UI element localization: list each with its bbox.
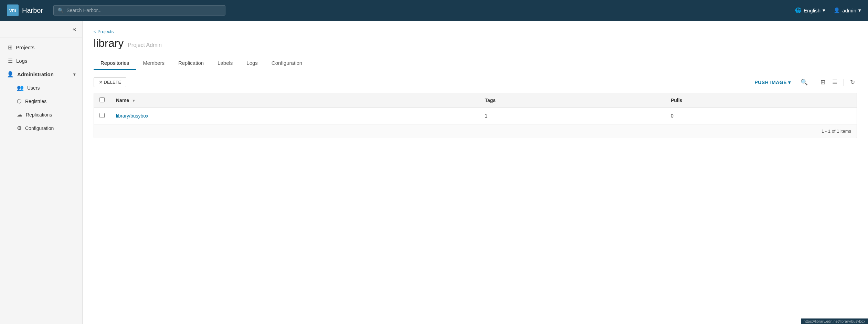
administration-icon: 👤 (7, 71, 14, 78)
sidebar-item-label-replications: Replications (26, 112, 52, 118)
sidebar-item-label-registries: Registries (25, 99, 46, 104)
tab-logs[interactable]: Logs (240, 57, 265, 70)
table-body: library/busybox 1 0 (94, 108, 857, 124)
language-chevron-icon: ▾ (823, 7, 825, 13)
search-area: 🔍 (53, 5, 225, 16)
configuration-icon: ⚙ (17, 125, 22, 131)
status-bar: https://library.edn.net/library/busybox (801, 318, 868, 324)
sidebar-item-configuration[interactable]: ⚙ Configuration (0, 121, 82, 135)
toolbar-right: PUSH IMAGE ▾ 🔍 ⊞ ☰ ↻ (750, 77, 857, 87)
admin-label-group: 👤 Administration (7, 71, 54, 78)
header-name: Name ▼ (110, 93, 479, 108)
row-checkbox[interactable] (99, 113, 105, 118)
top-navigation: vm Harbor 🔍 🌐 English ▾ 👤 admin ▾ (0, 0, 868, 21)
header-pulls: Pulls (665, 93, 857, 108)
header-select-all[interactable] (94, 93, 110, 108)
logo-area: vm Harbor (7, 4, 43, 16)
language-label: English (804, 8, 821, 13)
sidebar-item-label-users: Users (27, 85, 40, 91)
tab-bar: Repositories Members Replication Labels … (94, 57, 857, 70)
sidebar-collapse-area: « (0, 21, 82, 38)
sidebar-item-projects[interactable]: ⊞ Projects (0, 41, 82, 54)
sidebar-item-logs[interactable]: ☰ Logs (0, 54, 82, 68)
grid-view-button[interactable]: ⊞ (818, 77, 827, 87)
row-checkbox-cell[interactable] (94, 108, 110, 124)
sort-icon-name[interactable]: ▼ (132, 99, 136, 103)
app-title: Harbor (22, 7, 43, 14)
admin-chevron-icon: ▾ (73, 72, 75, 77)
pagination-info: 1 - 1 of 1 items (822, 129, 851, 134)
header-tags: Tags (479, 93, 665, 108)
sidebar-item-label-configuration: Configuration (25, 125, 54, 131)
search-icon: 🔍 (58, 8, 64, 13)
toolbar: ✕ DELETE PUSH IMAGE ▾ 🔍 ⊞ ☰ ↻ (94, 77, 857, 87)
toolbar-divider-1 (814, 79, 814, 86)
user-label: admin (842, 8, 856, 13)
table-header-row: Name ▼ Tags Pulls (94, 93, 857, 108)
select-all-checkbox[interactable] (99, 97, 105, 102)
tab-repositories[interactable]: Repositories (94, 57, 136, 70)
push-image-button[interactable]: PUSH IMAGE ▾ (750, 78, 796, 87)
search-input[interactable] (66, 8, 221, 13)
page-header: library Project Admin (94, 37, 857, 50)
sidebar-item-replications[interactable]: ☁ Replications (0, 108, 82, 121)
table-row: library/busybox 1 0 (94, 108, 857, 124)
main-container: « ⊞ Projects ☰ Logs 👤 Administration ▾ 👥 (0, 21, 868, 324)
user-chevron-icon: ▾ (858, 7, 861, 13)
breadcrumb[interactable]: < Projects (94, 29, 857, 34)
tab-labels[interactable]: Labels (211, 57, 240, 70)
search-button[interactable]: 🔍 (798, 77, 810, 87)
replications-icon: ☁ (17, 111, 22, 118)
page-subtitle: Project Admin (128, 42, 162, 48)
sidebar-item-label-projects: Projects (16, 44, 34, 50)
logs-icon: ☰ (8, 58, 13, 64)
sidebar-administration[interactable]: 👤 Administration ▾ (0, 68, 82, 81)
sidebar-item-users[interactable]: 👥 Users (0, 81, 82, 94)
user-icon: 👤 (834, 7, 840, 13)
language-selector[interactable]: 🌐 English ▾ (795, 7, 825, 13)
nav-right: 🌐 English ▾ 👤 admin ▾ (795, 7, 861, 13)
main-content: < Projects library Project Admin Reposit… (83, 21, 868, 324)
logo-box: vm (7, 4, 19, 16)
table: Name ▼ Tags Pulls library/busybox (94, 93, 857, 124)
row-name: library/busybox (110, 108, 479, 124)
tab-replication[interactable]: Replication (171, 57, 211, 70)
table-footer: 1 - 1 of 1 items (94, 124, 857, 138)
page-title: library (94, 37, 124, 50)
users-icon: 👥 (17, 84, 24, 91)
list-view-button[interactable]: ☰ (830, 77, 839, 87)
toolbar-left: ✕ DELETE (94, 77, 126, 87)
repository-link[interactable]: library/busybox (116, 113, 148, 119)
sidebar-item-label-logs: Logs (16, 58, 28, 64)
user-menu[interactable]: 👤 admin ▾ (834, 7, 861, 13)
toolbar-divider-2 (844, 79, 844, 86)
search-box[interactable]: 🔍 (53, 5, 225, 16)
repositories-table: Name ▼ Tags Pulls library/busybox (94, 93, 857, 138)
row-pulls: 0 (665, 108, 857, 124)
refresh-button[interactable]: ↻ (848, 77, 857, 87)
sidebar: « ⊞ Projects ☰ Logs 👤 Administration ▾ 👥 (0, 21, 83, 324)
collapse-button[interactable]: « (71, 24, 77, 34)
table-head: Name ▼ Tags Pulls (94, 93, 857, 108)
tab-configuration[interactable]: Configuration (265, 57, 309, 70)
projects-icon: ⊞ (8, 44, 12, 51)
delete-button[interactable]: ✕ DELETE (94, 77, 126, 87)
row-tags: 1 (479, 108, 665, 124)
sidebar-nav: ⊞ Projects ☰ Logs 👤 Administration ▾ 👥 U… (0, 38, 82, 324)
globe-icon: 🌐 (795, 7, 802, 13)
sidebar-section-label-admin: Administration (17, 71, 54, 77)
sidebar-item-registries[interactable]: ⬡ Registries (0, 94, 82, 108)
admin-sub-menu: 👥 Users ⬡ Registries ☁ Replications ⚙ Co… (0, 81, 82, 135)
registries-icon: ⬡ (17, 98, 22, 104)
tab-members[interactable]: Members (136, 57, 171, 70)
